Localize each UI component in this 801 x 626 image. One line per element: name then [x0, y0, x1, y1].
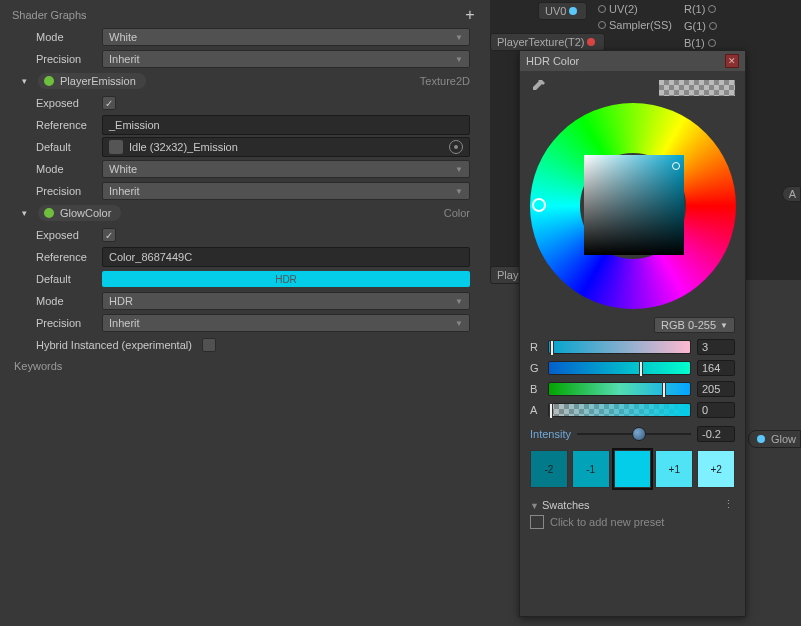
default-label: Default — [36, 141, 102, 153]
property-pill-glow-color[interactable]: GlowColor — [38, 205, 121, 221]
r-label: R — [530, 341, 542, 353]
chevron-down-icon: ▼ — [455, 187, 463, 196]
intensity-swatches: -2-1+1+2 — [530, 450, 735, 488]
picker-title: HDR Color — [526, 55, 579, 67]
add-preset[interactable]: Click to add new preset — [530, 515, 735, 529]
swatches-menu-icon[interactable]: ⋮ — [723, 498, 735, 511]
keywords-section[interactable]: Keywords — [8, 356, 482, 376]
hybrid-checkbox[interactable] — [202, 338, 216, 352]
mode-label: Mode — [36, 295, 102, 307]
property-type: Texture2D — [420, 75, 470, 87]
add-node-stub[interactable]: A — [782, 186, 801, 202]
intensity-label: Intensity — [530, 428, 571, 440]
reference-label: Reference — [36, 119, 102, 131]
color-wheel[interactable] — [530, 103, 736, 309]
chevron-down-icon: ▼ — [455, 33, 463, 42]
intensity-swatch[interactable]: -1 — [572, 450, 610, 488]
b-slider[interactable] — [548, 382, 691, 396]
intensity-input[interactable]: -0.2 — [697, 426, 735, 442]
exposed-checkbox[interactable]: ✓ — [102, 96, 116, 110]
default-texture-field[interactable]: Idle (32x32)_Emission — [102, 137, 470, 157]
g-port[interactable]: G(1) — [684, 20, 720, 32]
hdr-color-picker: HDR Color ✕ RGB 0-255▼ R 3 G 164 — [519, 50, 746, 617]
mode-label: Mode — [36, 31, 102, 43]
mode-dropdown[interactable]: White▼ — [102, 160, 470, 178]
g-input[interactable]: 164 — [697, 360, 735, 376]
default-label: Default — [36, 273, 102, 285]
intensity-swatch[interactable]: +1 — [655, 450, 693, 488]
color-mode-dropdown[interactable]: RGB 0-255▼ — [654, 317, 735, 333]
default-color-field[interactable]: HDR — [102, 271, 470, 287]
glow-node-stub[interactable]: Glow — [748, 430, 801, 448]
precision-dropdown[interactable]: Inherit▼ — [102, 50, 470, 68]
b-input[interactable]: 205 — [697, 381, 735, 397]
chevron-down-icon: ▼ — [455, 319, 463, 328]
g-slider[interactable] — [548, 361, 691, 375]
a-slider[interactable] — [548, 403, 691, 417]
current-color-preview — [659, 80, 735, 96]
sv-cursor[interactable] — [672, 162, 680, 170]
chevron-down-icon: ▼ — [455, 55, 463, 64]
a-label: A — [530, 404, 542, 416]
property-dot-icon — [44, 76, 54, 86]
b-port[interactable]: B(1) — [684, 37, 719, 49]
sampler-port[interactable]: Sampler(SS) — [598, 19, 672, 31]
reference-input[interactable]: _Emission — [102, 115, 470, 135]
precision-dropdown[interactable]: Inherit▼ — [102, 182, 470, 200]
intensity-swatch[interactable]: -2 — [530, 450, 568, 488]
chevron-down-icon: ▼ — [455, 165, 463, 174]
close-button[interactable]: ✕ — [725, 54, 739, 68]
a-input[interactable]: 0 — [697, 402, 735, 418]
mode-dropdown[interactable]: White▼ — [102, 28, 470, 46]
precision-label: Precision — [36, 185, 102, 197]
property-pill-player-emission[interactable]: PlayerEmission — [38, 73, 146, 89]
mode-label: Mode — [36, 163, 102, 175]
reference-label: Reference — [36, 251, 102, 263]
precision-dropdown[interactable]: Inherit▼ — [102, 314, 470, 332]
uv0-port: UV0 — [538, 2, 587, 20]
swatches-foldout[interactable]: ▼Swatches — [530, 499, 590, 511]
property-dot-icon — [44, 208, 54, 218]
foldout-toggle[interactable]: ▾ — [22, 208, 32, 218]
g-label: G — [530, 362, 542, 374]
panel-title: Shader Graphs — [12, 9, 87, 21]
object-picker-icon[interactable] — [449, 140, 463, 154]
exposed-label: Exposed — [36, 97, 102, 109]
exposed-label: Exposed — [36, 229, 102, 241]
intensity-slider[interactable] — [577, 433, 691, 435]
chevron-down-icon: ▼ — [455, 297, 463, 306]
player-texture-node[interactable]: PlayerTexture(T2) — [490, 33, 605, 51]
intensity-swatch[interactable]: +2 — [697, 450, 735, 488]
add-property-button[interactable]: + — [462, 7, 478, 23]
eyedropper-icon[interactable] — [530, 79, 546, 97]
exposed-checkbox[interactable]: ✓ — [102, 228, 116, 242]
saturation-value-box[interactable] — [584, 155, 684, 255]
hue-cursor[interactable] — [532, 198, 546, 212]
precision-label: Precision — [36, 53, 102, 65]
foldout-toggle[interactable]: ▾ — [22, 76, 32, 86]
intensity-swatch[interactable] — [614, 450, 652, 488]
hybrid-label: Hybrid Instanced (experimental) — [36, 339, 192, 351]
blackboard-panel: Shader Graphs + Mode White▼ Precision In… — [0, 0, 490, 380]
b-label: B — [530, 383, 542, 395]
reference-input[interactable]: Color_8687449C — [102, 247, 470, 267]
r-slider[interactable] — [548, 340, 691, 354]
chevron-down-icon: ▼ — [720, 321, 728, 330]
property-type: Color — [444, 207, 470, 219]
preset-box-icon — [530, 515, 544, 529]
r-input[interactable]: 3 — [697, 339, 735, 355]
r-port[interactable]: R(1) — [684, 3, 719, 15]
mode-dropdown[interactable]: HDR▼ — [102, 292, 470, 310]
texture-thumb-icon — [109, 140, 123, 154]
uv2-port[interactable]: UV(2) — [598, 3, 638, 15]
precision-label: Precision — [36, 317, 102, 329]
